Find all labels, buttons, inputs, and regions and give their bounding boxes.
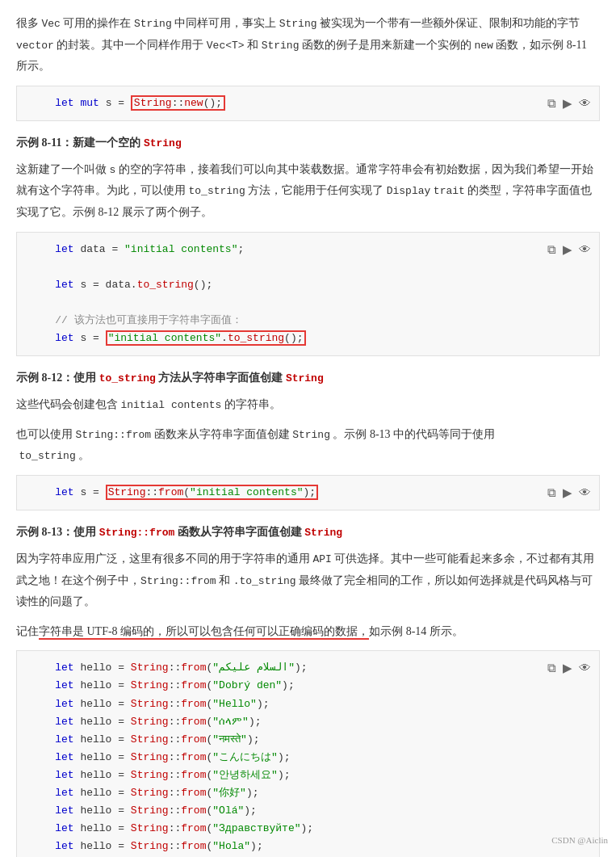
string-type2: String — [279, 18, 317, 30]
copy-icon-1[interactable]: ⧉ — [547, 93, 556, 115]
vec-type: Vec — [42, 18, 61, 30]
code-content-2: let data = "initial contents"; let s = d… — [17, 233, 599, 356]
display-trait: Display — [387, 185, 431, 197]
para-3: 这些代码会创建包含 initial contents 的字符串。 — [16, 394, 600, 416]
run-icon-4[interactable]: ▶ — [563, 657, 572, 679]
example-812-title: 示例 8-12：使用 to_string 方法从字符串字面值创建 String — [16, 368, 600, 389]
example-813-title: 示例 8-13：使用 String::from 函数从字符串字面值创建 Stri… — [16, 522, 600, 544]
run-icon-3[interactable]: ▶ — [563, 482, 572, 504]
code-content-4: let hello = String::from("السلام عليكم")… — [17, 651, 599, 857]
to-string-method: to_string — [189, 185, 245, 197]
code-content-1: let mut s = String::new(); — [17, 86, 599, 120]
string-from-fn: String::from — [76, 429, 152, 441]
watermark: CSDN @Aiclin — [551, 833, 608, 849]
copy-icon-3[interactable]: ⧉ — [547, 482, 556, 504]
copy-icon-4[interactable]: ⧉ — [547, 657, 556, 679]
run-icon-2[interactable]: ▶ — [563, 239, 572, 261]
to-string-ref: to_string — [19, 450, 76, 462]
main-content: 很多 Vec 可用的操作在 String 中同样可用，事实上 String 被实… — [0, 0, 616, 857]
code-icons-3: ⧉ ▶ 👁 — [547, 482, 591, 504]
code-block-4: let hello = String::from("السلام عليكم")… — [16, 650, 600, 857]
eye-icon-4[interactable]: 👁 — [579, 657, 591, 679]
intro-paragraph: 很多 Vec 可用的操作在 String 中同样可用，事实上 String 被实… — [16, 13, 600, 78]
watermark-text: CSDN @Aiclin — [551, 835, 608, 845]
string-from-ref: String::from — [140, 575, 216, 587]
code-block-1: let mut s = String::new(); ⧉ ▶ 👁 — [16, 86, 600, 121]
para-6: 记住字符串是 UTF-8 编码的，所以可以包含任何可以正确编码的数据，如示例 8… — [16, 621, 600, 643]
eye-icon-2[interactable]: 👁 — [579, 239, 591, 261]
new-fn: new — [474, 40, 492, 52]
eye-icon-1[interactable]: 👁 — [579, 93, 591, 115]
eye-icon-3[interactable]: 👁 — [579, 482, 591, 504]
code-icons-1: ⧉ ▶ 👁 — [547, 93, 591, 115]
string-fn: String — [262, 40, 300, 52]
code-icons-4: ⧉ ▶ 👁 — [547, 657, 591, 679]
example-811-title: 示例 8-11：新建一个空的 String — [16, 132, 600, 154]
string-type3: String — [292, 429, 330, 441]
utf8-underlined: 字符串是 UTF-8 编码的，所以可以包含任何可以正确编码的数据， — [39, 625, 369, 640]
vector-type: vector — [16, 40, 54, 52]
s-var: s — [110, 164, 116, 176]
initial-contents-text: initial contents — [121, 399, 222, 411]
code-block-3: let s = String::from("initial contents")… — [16, 475, 600, 510]
code-icons-2: ⧉ ▶ 👁 — [547, 239, 591, 261]
run-icon-1[interactable]: ▶ — [563, 93, 572, 115]
trait-word: trait — [434, 185, 465, 197]
code-block-2: let data = "initial contents"; let s = d… — [16, 232, 600, 357]
copy-icon-2[interactable]: ⧉ — [547, 239, 556, 261]
para-5: 因为字符串应用广泛，这里有很多不同的用于字符串的通用 API 可供选择。其中一些… — [16, 548, 600, 613]
api-text: API — [313, 553, 332, 565]
string-type: String — [134, 18, 172, 30]
code-content-3: let s = String::from("initial contents")… — [17, 476, 599, 510]
para-2: 这新建了一个叫做 s 的空的字符串，接着我们可以向其中装载数据。通常字符串会有初… — [16, 159, 600, 224]
para-4: 也可以使用 String::from 函数来从字符串字面值创建 String 。… — [16, 424, 600, 467]
vect-type: Vec<T> — [207, 40, 245, 52]
to-string-ref2: .to_string — [233, 575, 296, 587]
